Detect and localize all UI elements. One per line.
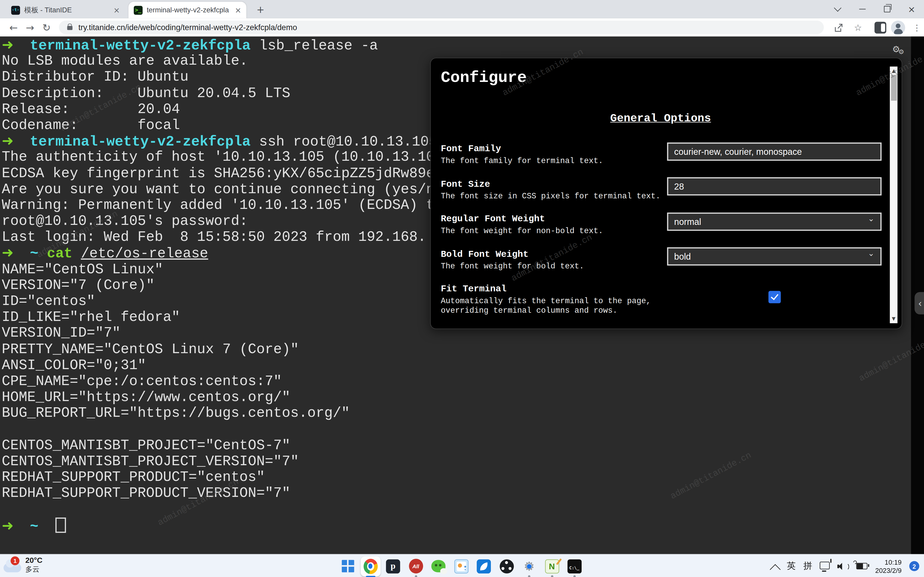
notepadpp-icon: N: [545, 559, 559, 573]
running-indicator: [551, 575, 553, 577]
date-text: 2023/2/9: [875, 566, 901, 574]
minimize-button[interactable]: [850, 0, 874, 18]
taskbar-icon-chrome[interactable]: [363, 559, 378, 573]
url-text[interactable]: try.titanide.cn/ide/web/coding/terminal-…: [78, 23, 297, 32]
terminal-line: ➜ ~ cat /etc/os-release: [2, 245, 452, 261]
restore-icon: [884, 6, 890, 12]
terminal-favicon-icon: >_: [134, 6, 142, 15]
terminal-line: [2, 501, 452, 517]
taskbar-icon-picpick[interactable]: p: [386, 559, 400, 573]
taskbar-weather-widget[interactable]: 1 20°C 多云: [3, 556, 42, 574]
bold-font-weight-select[interactable]: bold ›: [667, 247, 882, 266]
tray-chevron-up-icon[interactable]: [770, 564, 781, 575]
network-icon[interactable]: [820, 562, 830, 569]
notification-badge[interactable]: 2: [909, 561, 919, 571]
terminal-cursor: [55, 517, 66, 532]
browser-menu-button[interactable]: ⋮: [912, 21, 922, 34]
taskbar-icon-obs[interactable]: [499, 559, 514, 573]
volume-icon[interactable]: [838, 562, 849, 571]
terminal-line: HOME_URL="https://www.centos.org/": [2, 389, 452, 405]
taskbar-icon-windows-start[interactable]: [341, 559, 355, 573]
terminal-line: VERSION_ID="7": [2, 326, 452, 341]
taskbar-clock[interactable]: 10:19 2023/2/9: [875, 558, 901, 574]
terminal-line: Distributor ID: Ubuntu: [2, 69, 452, 85]
terminal-line: ECDSA key fingerprint is SHA256:yKX/65ci…: [2, 165, 452, 181]
field-label: Bold Font Weight: [441, 249, 665, 259]
tab-search-button[interactable]: [825, 0, 850, 18]
terminal-line: CENTOS_MANTISBT_PROJECT="CentOS-7": [2, 437, 452, 453]
profile-avatar[interactable]: [891, 21, 905, 35]
font-family-input[interactable]: courier-new, courier, monospace: [667, 142, 882, 161]
terminal-line: Warning: Permanently added '10.10.13.105…: [2, 197, 452, 213]
tab-terminal-wetty[interactable]: >_ terminal-wetty-v2-zekfcpla - T ×: [128, 2, 246, 18]
weather-badge: 1: [11, 556, 19, 565]
dialog-scrollbar[interactable]: ▲ ▼: [890, 66, 897, 323]
taskbar-icon-screenshot-tool[interactable]: [454, 559, 468, 573]
tab-close-icon[interactable]: ×: [112, 5, 121, 15]
new-tab-button[interactable]: +: [254, 3, 267, 15]
restore-button[interactable]: [874, 0, 899, 18]
taskbar-icon-alist[interactable]: All: [409, 559, 423, 573]
font-family-value: courier-new, courier, monospace: [674, 147, 802, 156]
forward-button[interactable]: →: [23, 20, 38, 35]
field-desc: Automatically fits the terminal to the p…: [441, 297, 665, 316]
terminal-line: No LSB modules are available.: [2, 53, 452, 69]
running-indicator: [415, 575, 417, 577]
regular-font-weight-value: normal: [674, 217, 701, 227]
fit-terminal-checkbox[interactable]: [769, 291, 781, 303]
regular-font-weight-select[interactable]: normal ›: [667, 213, 882, 231]
cmd-icon: C:\_: [567, 559, 582, 573]
address-bar[interactable]: try.titanide.cn/ide/web/coding/terminal-…: [59, 21, 824, 34]
field-desc: The font family for terminal text.: [441, 156, 665, 166]
terminal-line: ➜ terminal-wetty-v2-zekfcpla ssh root@10…: [2, 133, 452, 149]
font-size-input[interactable]: 28: [667, 177, 882, 195]
terminal-line: Are you sure you want to continue connec…: [2, 181, 452, 197]
picpick-icon: p: [386, 559, 400, 573]
battery-icon[interactable]: [856, 563, 867, 569]
terminal-line: ID="centos": [2, 293, 452, 309]
tab-titanide[interactable]: ‹t› 模板 - TitanIDE ×: [6, 2, 125, 18]
obs-icon: [499, 559, 514, 573]
terminal-line: PRETTY_NAME="CentOS Linux 7 (Core)": [2, 341, 452, 357]
taskbar-icon-notepadpp[interactable]: N: [545, 559, 559, 573]
share-button[interactable]: [831, 21, 845, 35]
field-fit-terminal: Fit Terminal Automatically fits the term…: [441, 284, 665, 316]
chevron-down-icon: ›: [868, 219, 876, 225]
window-controls: ×: [825, 0, 924, 18]
side-panel-button[interactable]: [874, 22, 886, 34]
terminal-page: ➜ terminal-wetty-v2-zekfcpla lsb_release…: [0, 37, 924, 554]
scrollbar-thumb[interactable]: [891, 75, 897, 101]
taskbar-icon-dingtalk[interactable]: [477, 559, 491, 573]
chevron-down-icon: ›: [868, 253, 876, 259]
back-button[interactable]: ←: [6, 20, 21, 35]
browser-toolbar: ← → ↻ try.titanide.cn/ide/web/coding/ter…: [0, 18, 924, 37]
terminal-line: BUG_REPORT_URL="https://bugs.centos.org/…: [2, 405, 452, 421]
ime-lang-pinyin[interactable]: 拼: [803, 561, 812, 572]
reload-button[interactable]: ↻: [39, 20, 54, 35]
terminal-line: Release: 20.04: [2, 101, 452, 117]
terminal-output[interactable]: ➜ terminal-wetty-v2-zekfcpla lsb_release…: [2, 37, 452, 533]
terminal-line: Codename: focal: [2, 117, 452, 133]
settings-icon: ⚙: [523, 559, 535, 573]
scroll-up-icon[interactable]: ▲: [890, 67, 897, 75]
bookmark-button[interactable]: ☆: [851, 21, 865, 35]
taskbar-icon-cmd[interactable]: C:\_: [567, 559, 582, 573]
titanide-favicon-icon: ‹t›: [11, 6, 20, 15]
system-tray: 英 拼 10:19 2023/2/9 2: [772, 554, 919, 577]
share-icon: [833, 23, 843, 33]
scroll-down-icon[interactable]: ▼: [890, 315, 897, 323]
tab-title: terminal-wetty-v2-zekfcpla - T: [147, 6, 230, 14]
terminal-line: ANSI_COLOR="0;31": [2, 357, 452, 373]
terminal-line: root@10.10.13.105's password:: [2, 213, 452, 229]
drawer-handle[interactable]: ‹: [914, 292, 924, 314]
settings-gears-button[interactable]: ⚙⚙: [892, 44, 904, 56]
ime-lang-en[interactable]: 英: [787, 561, 796, 572]
tab-close-icon[interactable]: ×: [233, 5, 243, 15]
terminal-line: NAME="CentOS Linux": [2, 261, 452, 277]
window-close-button[interactable]: ×: [899, 0, 924, 18]
taskbar-icon-settings[interactable]: ⚙: [522, 559, 536, 573]
taskbar: 1 20°C 多云 pAll⚙NC:\_ 英 拼 10:19 2023/2/9 …: [0, 554, 924, 577]
terminal-line: REDHAT_SUPPORT_PRODUCT_VERSION="7": [2, 485, 452, 501]
check-icon: [771, 292, 779, 300]
taskbar-icon-wechat[interactable]: [431, 559, 446, 573]
